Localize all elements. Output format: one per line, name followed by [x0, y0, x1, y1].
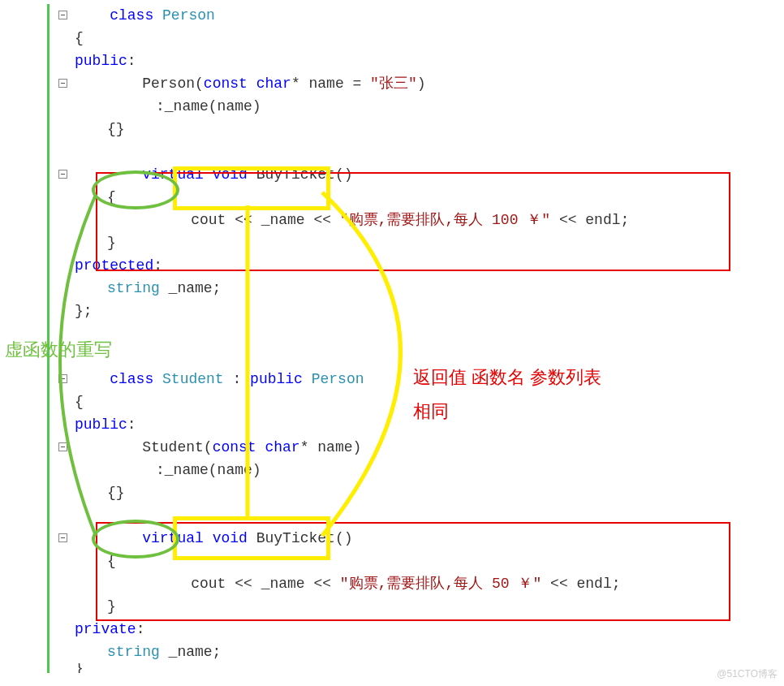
code-line: cout << _name << "购票,需要排队,每人 50 ￥" << en… — [0, 572, 784, 595]
code-line: } — [0, 663, 784, 673]
code-line: string _name; — [0, 277, 784, 300]
code-line: cout << _name << "购票,需要排队,每人 100 ￥" << e… — [0, 209, 784, 231]
code-line: {} — [0, 118, 784, 140]
code-line: virtual void BuyTicket() — [0, 163, 784, 186]
code-line: Person(const char* name = "张三") — [0, 72, 784, 95]
code-line: string _name; — [0, 641, 784, 663]
watermark: @51CTO博客 — [717, 667, 778, 681]
code-line: Student(const char* name) — [0, 436, 784, 459]
code-line: private: — [0, 618, 784, 641]
code-line: class Student : public Person — [0, 368, 784, 390]
code-line: :_name(name) — [0, 459, 784, 481]
code-line — [0, 322, 784, 345]
code-line: protected: — [0, 254, 784, 277]
code-editor: class Person { public: Person(const char… — [0, 0, 784, 673]
code-line: virtual void BuyTicket() — [0, 527, 784, 550]
code-line: class Person — [0, 4, 784, 27]
code-line: {} — [0, 481, 784, 504]
code-line: }; — [0, 300, 784, 322]
